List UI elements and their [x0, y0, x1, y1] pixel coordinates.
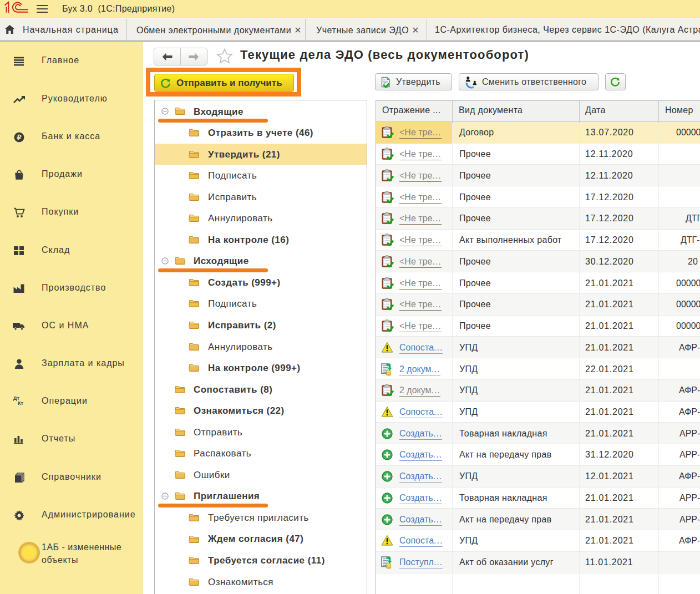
svg-text:₽: ₽	[17, 134, 22, 141]
